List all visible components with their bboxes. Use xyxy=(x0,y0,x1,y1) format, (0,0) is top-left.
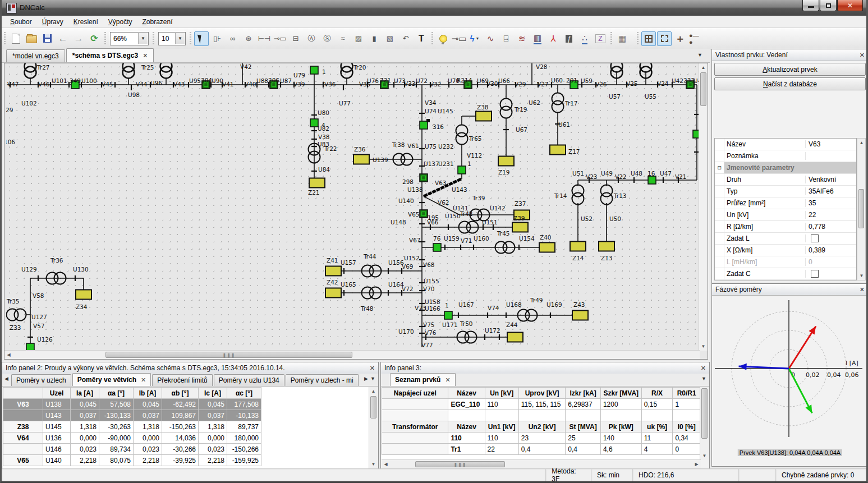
segment-button[interactable]: ●—● xyxy=(688,31,703,46)
area-function-button[interactable]: ƒ xyxy=(562,31,576,46)
switch-node-icon[interactable] xyxy=(420,121,428,129)
column-header[interactable]: αa [°] xyxy=(99,388,134,399)
table-row[interactable]: Tr1220,40,44,640 xyxy=(382,444,701,455)
propgrid-row-bskm[interactable]: B [μS/km]1,339 xyxy=(715,280,856,280)
pin-tool-button[interactable]: ▮ xyxy=(367,31,382,46)
transformer-icon[interactable] xyxy=(15,309,26,321)
info3-hscrollbar[interactable]: ◀ ❚❚❚ ▶ xyxy=(382,459,701,468)
doc-tab-schmasdtsegc3[interactable]: *schéma s DTS.egc3✕ xyxy=(66,48,154,62)
grid-toggle-button[interactable] xyxy=(641,31,656,46)
ammeter-tool-button[interactable]: Ⓐ xyxy=(304,31,319,46)
switch-node-icon[interactable] xyxy=(433,243,441,251)
doc-tab-modelvnegc3[interactable]: *model vn.egc3 xyxy=(6,49,65,62)
table-row[interactable]: Z38U1451,318-30,2631,318-150,2631,31889,… xyxy=(3,421,261,433)
transformer-icon[interactable] xyxy=(601,193,613,205)
scroll-left-icon[interactable]: ◀ xyxy=(4,351,13,359)
scroll-down-icon[interactable]: ▼ xyxy=(699,342,708,351)
scroll-down-icon[interactable]: ▼ xyxy=(700,452,709,460)
column-header[interactable]: αb [°] xyxy=(162,388,199,399)
tab-scroll-left-icon[interactable]: ◀ xyxy=(4,376,8,381)
table-view-button[interactable]: ▦ xyxy=(615,31,630,46)
checkbox[interactable] xyxy=(811,234,819,242)
info2-vscrollbar[interactable]: ▲ ▼ xyxy=(369,387,378,468)
scroll-up-icon[interactable]: ▲ xyxy=(699,63,708,72)
table-row[interactable]: U1460,02389,7340,023-30,2660,023-150,266 xyxy=(3,444,261,455)
save-button[interactable] xyxy=(40,31,54,46)
properties-panel-header[interactable]: Vlastnosti prvku: Vedení ✕ xyxy=(712,49,868,61)
close-icon[interactable]: ✕ xyxy=(860,286,865,293)
canvas-hscrollbar[interactable]: ◀ ❚❚❚ xyxy=(4,350,700,359)
minimize-button[interactable] xyxy=(802,0,819,11)
propgrid-row-rkm[interactable]: R [Ω/km]0,778 xyxy=(715,221,856,233)
load-box-icon[interactable] xyxy=(325,266,341,276)
propgrid-row-zadatl[interactable]: Zadat L xyxy=(715,233,856,245)
table-row[interactable]: TransformátorNázevUn1 [kV]Un2 [kV]St [MV… xyxy=(382,421,701,433)
table-row[interactable]: U1430,037-130,1330,037109,8670,037-10,13… xyxy=(3,410,261,421)
propgrid-row-unkv[interactable]: Un [kV]22 xyxy=(715,209,856,221)
tab-scroll-right-icon[interactable]: ▶ xyxy=(364,376,368,381)
switch-node-icon[interactable] xyxy=(420,210,428,218)
load-box-icon[interactable] xyxy=(570,242,586,251)
tab-close-icon[interactable]: ✕ xyxy=(141,376,146,384)
load-box-icon[interactable] xyxy=(309,178,325,188)
column-header[interactable] xyxy=(3,388,43,399)
tabstrip-dropdown-icon[interactable]: ▼ xyxy=(697,52,702,58)
tab-close-icon[interactable]: ✕ xyxy=(143,52,148,59)
load-from-db-button[interactable]: Načíst z databáze xyxy=(714,77,866,90)
info2-tab-pomryvuzlech[interactable]: Poměry v uzlech xyxy=(11,374,71,386)
scroll-down-icon[interactable]: ▼ xyxy=(857,272,866,280)
load-box-icon[interactable] xyxy=(550,145,566,155)
refresh-button[interactable]: ⟳ xyxy=(87,31,102,46)
info2-tab-pomryvuzluu134[interactable]: Poměry v uzlu U134 xyxy=(214,374,284,386)
restore-button[interactable] xyxy=(820,0,837,11)
info2-tab-pekroenlimit[interactable]: Překročení limitů xyxy=(152,374,212,386)
switch-node-icon[interactable] xyxy=(444,311,452,319)
close-icon[interactable]: ✕ xyxy=(860,52,865,59)
info2-tab-pomryvuzlechmi[interactable]: Poměry v uzlech - mi xyxy=(286,374,359,386)
table-row[interactable]: V63U1380,04557,5080,045-62,4920,045177,5… xyxy=(3,399,261,410)
phasor-3ph-button[interactable]: ⅄ xyxy=(546,31,561,46)
tab-list-icon[interactable]: ▼ xyxy=(701,376,706,381)
property-grid[interactable]: NázevV63Poznámka⊟Jmenovité parametryDruh… xyxy=(714,138,857,280)
menu-vypocty[interactable]: Výpočty xyxy=(103,17,137,27)
propgrid-row-druh[interactable]: DruhVenkovní xyxy=(715,174,856,186)
scroll-right-icon[interactable]: ▶ xyxy=(692,460,701,468)
table-row[interactable]: Napájecí uzelNázevUn [kV]Uprov [kV]Izkr … xyxy=(382,388,701,399)
source-tool-button[interactable]: ⊸▭ xyxy=(273,31,287,46)
branch-currents-table[interactable]: UzelIa [A]αa [°]Ib [A]αb [°]Ic [A]αc [°]… xyxy=(3,387,261,466)
propgrid-row-xkm[interactable]: X [Ω/km]0,389 xyxy=(715,245,856,256)
crosshair-button[interactable]: ＋ xyxy=(673,31,687,46)
tap-changer-button[interactable]: ⍈ xyxy=(499,31,513,46)
element-list-table[interactable]: Napájecí uzelNázevUn [kV]Uprov [kV]Izkr … xyxy=(382,387,701,455)
text-tool-button[interactable]: T xyxy=(414,31,429,46)
histogram-button[interactable]: ▥ xyxy=(530,31,545,46)
switch-node-icon[interactable] xyxy=(310,119,318,127)
table-row[interactable]: 1101102325140110,34 xyxy=(382,433,701,444)
open-button[interactable] xyxy=(24,31,39,46)
info-panel3-header[interactable]: Info panel 3: ✕ xyxy=(381,362,709,374)
load-box-icon[interactable] xyxy=(599,242,614,251)
load-tool-button[interactable]: ⊟ xyxy=(288,31,303,46)
propgrid-row-typ[interactable]: Typ35AlFe6 xyxy=(715,186,856,197)
table-row[interactable]: V65U1402,21880,0752,218-39,9252,218-159,… xyxy=(3,455,261,466)
transformer-2w-tool-button[interactable]: ∞ xyxy=(226,31,240,46)
propgrid-row-nzev[interactable]: NázevV63 xyxy=(715,139,856,150)
menu-kresleni[interactable]: Kreslení xyxy=(68,17,103,27)
load-box-icon[interactable] xyxy=(572,311,588,320)
load-box-icon[interactable] xyxy=(476,112,492,121)
transformer-icon[interactable] xyxy=(572,193,584,205)
transformer-icon[interactable] xyxy=(552,101,564,113)
column-header[interactable]: αc [°] xyxy=(227,388,261,399)
update-element-button[interactable]: Aktualizovat prvek xyxy=(714,63,866,76)
table-row[interactable]: V64U1360,000-90,0000,00014,0360,000180,0… xyxy=(3,433,261,444)
zoom-combobox[interactable]: 66%▼ xyxy=(110,32,149,45)
column-header[interactable]: Uzel xyxy=(43,388,71,399)
line-tool-button[interactable]: ⊢⊣ xyxy=(257,31,272,46)
load-box-icon[interactable] xyxy=(325,288,341,298)
transformer-icon[interactable] xyxy=(500,107,512,118)
transformer-icon[interactable] xyxy=(456,133,468,145)
info-panel2-header[interactable]: Info panel 2: Proudy a výkony ve větvích… xyxy=(2,362,378,374)
chart-insert-tool-button[interactable]: ▧ xyxy=(383,31,397,46)
switch-node-icon[interactable] xyxy=(310,66,318,74)
load-box-icon[interactable] xyxy=(539,243,555,252)
